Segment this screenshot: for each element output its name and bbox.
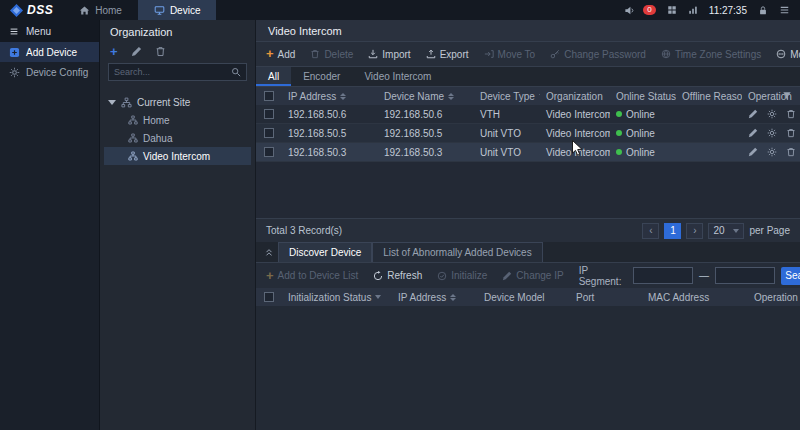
import-button[interactable]: Import [368, 49, 410, 60]
search-icon[interactable] [231, 67, 241, 77]
lock-icon[interactable] [758, 5, 768, 16]
collapse-panel-icon[interactable] [260, 242, 278, 262]
trash-icon [310, 49, 320, 59]
table-row[interactable]: 192.168.50.6 192.168.50.6 VTH Video Inte… [256, 105, 800, 124]
refresh-label: Refresh [387, 270, 422, 281]
main-menu-icon[interactable] [779, 5, 790, 15]
add-to-device-list-label: Add to Device List [278, 270, 359, 281]
initialize-button[interactable]: Initialize [437, 270, 487, 281]
sort-icon[interactable] [450, 294, 456, 301]
organization-toolbar: + [100, 44, 255, 63]
edit-icon[interactable] [748, 147, 758, 157]
device-config-icon [9, 67, 20, 78]
delete-icon[interactable] [786, 128, 796, 138]
tree-node-home[interactable]: Home [104, 111, 251, 129]
add-button[interactable]: + Add [266, 49, 295, 60]
change-ip-button[interactable]: Change IP [502, 270, 563, 281]
row-checkbox[interactable] [264, 109, 274, 119]
change-password-button[interactable]: Change Password [550, 49, 646, 60]
export-button[interactable]: Export [426, 49, 469, 60]
header-ip-address[interactable]: IP Address [282, 91, 378, 102]
cell-device-name: 192.168.50.3 [378, 147, 474, 158]
next-page-button[interactable]: › [686, 223, 703, 239]
import-button-label: Import [382, 49, 410, 60]
delete-icon[interactable] [786, 109, 796, 119]
status-text: Online [626, 109, 655, 120]
tab-label: Discover Device [289, 247, 361, 258]
ip-segment-end-input[interactable] [715, 267, 775, 284]
header-offline-reason[interactable]: Offline Reason [676, 91, 742, 102]
top-tab-home[interactable]: Home [63, 0, 138, 20]
menu-hamburger-icon[interactable] [9, 27, 19, 36]
org-search-input[interactable] [114, 67, 231, 77]
header-label: MAC Address [648, 292, 709, 303]
prev-page-button[interactable]: ‹ [642, 223, 659, 239]
tree-node-current-site[interactable]: Current Site [104, 93, 251, 111]
header-organization[interactable]: Organization [540, 91, 610, 102]
tree-expand-caret-icon[interactable] [108, 100, 116, 105]
import-icon [368, 49, 378, 59]
header-initialization-status[interactable]: Initialization Status [282, 292, 392, 303]
filter-dropdown-icon[interactable] [375, 295, 381, 299]
per-page-select[interactable]: 20 [708, 223, 744, 239]
alarm-speaker-icon[interactable] [624, 5, 635, 16]
menu-item-label: Device Config [26, 67, 88, 78]
edit-icon[interactable] [748, 128, 758, 138]
table-row[interactable]: 192.168.50.5 192.168.50.5 Unit VTO Video… [256, 124, 800, 143]
org-edit-icon[interactable] [131, 46, 142, 57]
config-gear-icon[interactable] [767, 128, 777, 138]
device-toolbar: + Add Delete Import [256, 42, 800, 67]
header-online-status[interactable]: Online Status [610, 91, 676, 102]
tree-node-dahua[interactable]: Dahua [104, 129, 251, 147]
time-zone-settings-button[interactable]: Time Zone Settings [661, 49, 761, 60]
header-device-name[interactable]: Device Name [378, 91, 474, 102]
row-checkbox[interactable] [264, 147, 274, 157]
tab-abnormal-devices[interactable]: List of Abnormally Added Devices [372, 242, 542, 262]
network-status-icon[interactable] [688, 5, 698, 15]
organization-title: Organization [100, 20, 255, 44]
header-ip-address[interactable]: IP Address [392, 292, 478, 303]
ip-segment-start-input[interactable] [633, 267, 693, 284]
row-checkbox[interactable] [264, 128, 274, 138]
delete-icon[interactable] [786, 147, 796, 157]
ip-segment-label: IP Segment: [579, 265, 627, 287]
page-number[interactable]: 1 [664, 223, 681, 239]
header-device-model[interactable]: Device Model [478, 292, 570, 303]
menu-item-device-config[interactable]: Device Config [0, 62, 99, 82]
cell-online-status: Online [610, 128, 676, 139]
top-tab-device[interactable]: Device [138, 0, 217, 20]
select-all-checkbox[interactable] [264, 292, 274, 302]
add-to-device-list-button[interactable]: + Add to Device List [266, 270, 358, 281]
tab-video-intercom[interactable]: Video Intercom [352, 67, 443, 86]
header-operation: Operation [748, 292, 800, 303]
more-button[interactable]: More [776, 49, 800, 60]
tree-node-video-intercom[interactable]: Video Intercom [104, 147, 251, 165]
header-label: Initialization Status [288, 292, 371, 303]
header-port[interactable]: Port [570, 292, 642, 303]
refresh-button[interactable]: Refresh [373, 270, 422, 281]
tab-all[interactable]: All [256, 67, 291, 86]
select-all-checkbox[interactable] [264, 91, 274, 101]
tree-item-label: Video Intercom [143, 151, 210, 162]
tab-discover-device[interactable]: Discover Device [278, 242, 372, 262]
header-mac-address[interactable]: MAC Address [642, 292, 748, 303]
tab-encoder[interactable]: Encoder [291, 67, 352, 86]
status-text: Online [626, 147, 655, 158]
delete-button[interactable]: Delete [310, 49, 353, 60]
search-button[interactable]: Search [781, 267, 800, 285]
edit-icon[interactable] [748, 109, 758, 119]
sort-icon[interactable] [448, 93, 454, 100]
org-search-box [108, 63, 247, 81]
org-add-icon[interactable]: + [110, 47, 118, 57]
sort-icon[interactable] [340, 93, 346, 100]
menu-item-add-device[interactable]: Add Device [0, 42, 99, 62]
config-gear-icon[interactable] [767, 109, 777, 119]
header-device-type[interactable]: Device Type [474, 91, 540, 102]
column-filter-icon[interactable] [782, 91, 792, 101]
header-label: Device Type [480, 91, 535, 102]
table-row[interactable]: 192.168.50.3 192.168.50.3 Unit VTO Video… [256, 143, 800, 162]
task-center-icon[interactable] [667, 5, 677, 15]
config-gear-icon[interactable] [767, 147, 777, 157]
org-delete-icon[interactable] [155, 46, 166, 57]
move-to-button[interactable]: Move To [484, 49, 536, 60]
